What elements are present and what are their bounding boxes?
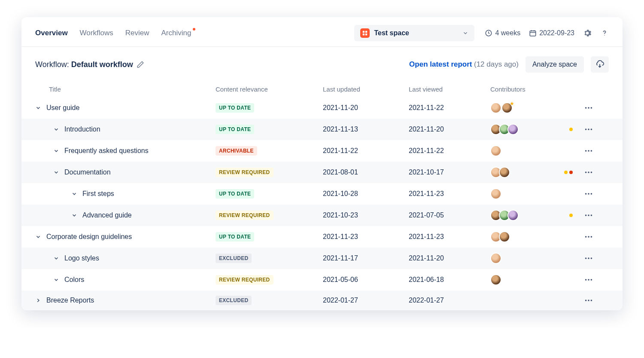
chevron-down-icon (462, 30, 468, 36)
table-header: Title Content relevance Last updated Las… (21, 80, 623, 97)
svg-point-27 (588, 214, 589, 216)
avatar[interactable] (490, 274, 501, 285)
svg-point-28 (591, 214, 592, 216)
more-actions-button[interactable] (584, 168, 593, 177)
last-viewed: 2021-10-17 (409, 168, 490, 176)
expand-toggle[interactable] (53, 126, 60, 132)
svg-point-30 (588, 236, 589, 238)
relevance-badge: UP TO DATE (216, 189, 254, 199)
date-meta: 2022-09-23 (529, 29, 574, 37)
svg-point-40 (591, 300, 592, 301)
row-title[interactable]: First steps (82, 190, 114, 198)
last-updated: 2021-11-20 (323, 104, 409, 112)
svg-point-36 (588, 279, 589, 281)
tab-review[interactable]: Review (125, 29, 149, 37)
row-title[interactable]: Frequently asked questions (64, 147, 149, 155)
flag-yellow (569, 214, 573, 217)
table-row: Frequently asked questionsARCHIVABLE2021… (21, 140, 623, 162)
tab-workflows[interactable]: Workflows (80, 29, 113, 37)
flag-yellow (569, 128, 573, 131)
avatar[interactable] (507, 210, 519, 221)
avatar[interactable] (499, 231, 510, 242)
more-actions-button[interactable] (584, 296, 593, 305)
col-updated: Last updated (323, 86, 409, 93)
tab-overview[interactable]: Overview (35, 29, 68, 37)
more-actions-button[interactable] (584, 211, 593, 220)
table-row: DocumentationREVIEW REQUIRED2021-08-0120… (21, 162, 623, 183)
table-row: Advanced guideREVIEW REQUIRED2021-10-232… (21, 205, 623, 226)
avatar[interactable] (490, 145, 501, 156)
expand-toggle[interactable] (53, 169, 60, 175)
contributors-cell (490, 210, 563, 221)
header-row: Workflow: Default workflow Open latest r… (21, 47, 623, 80)
svg-point-19 (591, 150, 592, 152)
flag-yellow (564, 171, 568, 174)
expand-toggle[interactable] (53, 255, 60, 261)
expand-toggle[interactable] (71, 191, 78, 197)
contributors-cell (490, 188, 563, 199)
row-title[interactable]: Corporate design guidelines (46, 233, 132, 241)
duration-meta: 4 weeks (485, 29, 520, 37)
avatar[interactable] (490, 102, 501, 113)
app-card: OverviewWorkflowsReviewArchiving Test sp… (21, 17, 623, 310)
relevance-badge: ARCHIVABLE (216, 146, 257, 156)
edit-workflow-button[interactable] (137, 61, 144, 68)
expand-toggle[interactable] (35, 234, 42, 240)
expand-toggle[interactable] (71, 212, 78, 218)
topbar: OverviewWorkflowsReviewArchiving Test sp… (21, 17, 623, 47)
svg-point-15 (588, 129, 589, 130)
expand-toggle[interactable] (53, 277, 60, 283)
contributors-cell (490, 231, 563, 242)
table-row: Corporate design guidelinesUP TO DATE202… (21, 226, 623, 248)
nav-tabs: OverviewWorkflowsReviewArchiving (35, 29, 191, 37)
last-updated: 2021-11-23 (323, 233, 409, 241)
last-viewed: 2021-11-20 (409, 254, 490, 262)
relevance-badge: REVIEW REQUIRED (216, 211, 273, 220)
more-actions-button[interactable] (584, 189, 593, 199)
table-row: Breeze ReportsEXCLUDED2022-01-272022-01-… (21, 291, 623, 310)
avatar[interactable] (490, 253, 501, 264)
tab-archiving[interactable]: Archiving (161, 29, 191, 37)
row-title[interactable]: Breeze Reports (46, 297, 94, 304)
row-title[interactable]: User guide (46, 104, 79, 112)
download-button[interactable] (591, 56, 609, 73)
avatar[interactable] (490, 188, 501, 199)
meta-group: 4 weeks 2022-09-23 (485, 29, 609, 37)
avatar[interactable] (499, 167, 510, 178)
row-title[interactable]: Colors (64, 276, 84, 284)
settings-button[interactable] (583, 29, 592, 37)
svg-point-22 (591, 171, 592, 173)
relevance-badge: EXCLUDED (216, 254, 252, 263)
expand-toggle[interactable] (35, 105, 42, 111)
row-title[interactable]: Introduction (64, 125, 100, 133)
more-actions-button[interactable] (584, 254, 593, 263)
open-report-link[interactable]: Open latest report (409, 60, 472, 68)
expand-toggle[interactable] (35, 297, 42, 303)
notification-dot (193, 28, 195, 31)
row-title[interactable]: Advanced guide (82, 211, 132, 219)
avatar[interactable] (501, 102, 513, 113)
table-row: IntroductionUP TO DATE2021-11-132021-11-… (21, 119, 623, 140)
expand-toggle[interactable] (53, 148, 60, 154)
more-actions-button[interactable] (584, 232, 593, 242)
avatar[interactable] (507, 124, 519, 135)
more-actions-button[interactable] (584, 146, 593, 156)
workflow-name: Default workflow (71, 60, 133, 69)
svg-point-31 (591, 236, 592, 238)
space-selector[interactable]: Test space (354, 25, 474, 41)
row-title[interactable]: Logo styles (64, 254, 99, 262)
more-actions-button[interactable] (584, 275, 593, 285)
contributors-cell (490, 253, 563, 264)
row-title[interactable]: Documentation (64, 168, 111, 176)
contributors-cell (490, 167, 563, 178)
more-actions-button[interactable] (584, 103, 593, 113)
last-viewed: 2022-01-27 (409, 297, 490, 304)
more-actions-button[interactable] (584, 125, 593, 134)
analyze-space-button[interactable]: Analyze space (526, 56, 584, 73)
svg-point-34 (591, 257, 592, 259)
help-button[interactable] (600, 29, 609, 37)
clock-icon (485, 29, 492, 37)
svg-point-32 (585, 257, 587, 259)
contributors-cell (490, 102, 563, 113)
svg-point-11 (585, 107, 587, 109)
